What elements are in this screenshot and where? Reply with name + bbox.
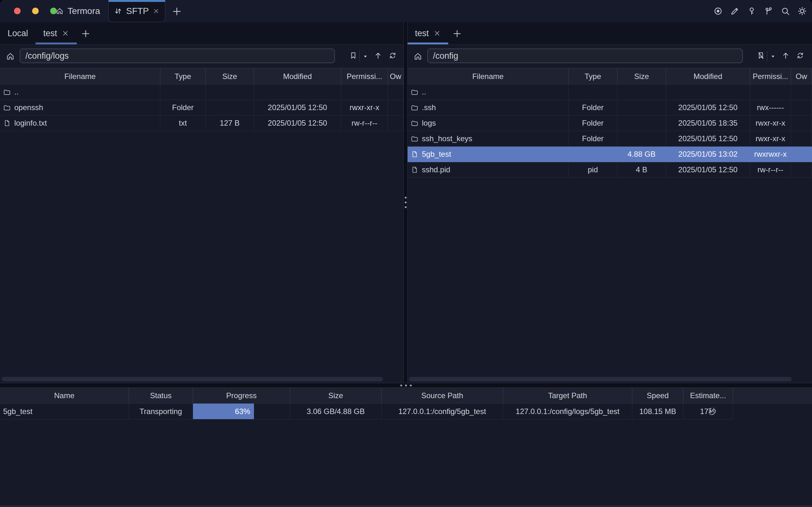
bookmark-slash-icon[interactable] — [757, 51, 765, 60]
column-header-name[interactable]: Name — [0, 388, 129, 404]
right-pathbar — [408, 44, 812, 68]
tab-sftp[interactable]: SFTP — [108, 0, 165, 22]
new-session-tab-button[interactable] — [451, 27, 464, 40]
file-row[interactable]: 5gb_test 4.88 GB 2025/01/05 13:02 rwxrwx… — [408, 147, 812, 162]
close-tab-icon[interactable] — [153, 8, 160, 15]
column-header-estimate[interactable]: Estimate... — [684, 388, 733, 404]
parent-directory-icon[interactable] — [781, 51, 790, 60]
left-pathbar — [0, 44, 403, 68]
tab-test-right[interactable]: test — [408, 22, 448, 44]
chevron-down-icon[interactable] — [362, 53, 369, 60]
column-header-permissions[interactable]: Permissi... — [341, 68, 388, 84]
left-horizontal-scrollbar[interactable] — [2, 377, 383, 381]
new-tab-button[interactable] — [170, 5, 183, 18]
permissions-cell: rwxrwxr-x — [750, 147, 791, 162]
bookmark-icon[interactable] — [349, 51, 358, 60]
column-header-source-path[interactable]: Source Path — [382, 388, 503, 404]
column-header-progress[interactable]: Progress — [193, 388, 290, 404]
close-window-button[interactable] — [14, 8, 21, 14]
owner-cell — [791, 84, 812, 100]
column-header-size[interactable]: Size — [290, 388, 382, 404]
column-header-filename[interactable]: Filename — [0, 68, 160, 84]
type-cell: txt — [160, 115, 206, 131]
transfer-empty-cell — [733, 404, 812, 419]
parent-directory-icon[interactable] — [374, 51, 382, 60]
file-row[interactable]: .. — [408, 84, 812, 100]
column-header-owner[interactable]: Ow — [388, 68, 403, 84]
progress-label: 63% — [235, 407, 250, 416]
active-tab-accent — [109, 0, 165, 2]
column-header-size[interactable]: Size — [617, 68, 666, 84]
file-type-icon — [411, 135, 418, 143]
pane-splitter-vertical[interactable] — [403, 22, 408, 383]
file-type-icon — [411, 119, 418, 127]
chevron-down-icon[interactable] — [770, 53, 776, 60]
file-row[interactable]: openssh Folder 2025/01/05 12:50 rwxr-xr-… — [0, 100, 403, 115]
transfer-panel-splitter[interactable] — [0, 383, 812, 388]
edit-icon[interactable] — [730, 6, 740, 16]
minimize-window-button[interactable] — [32, 8, 39, 14]
type-cell: Folder — [569, 115, 617, 131]
branch-icon[interactable] — [764, 6, 773, 16]
column-header-type[interactable]: Type — [160, 68, 206, 84]
refresh-icon[interactable] — [388, 51, 397, 60]
file-type-icon — [411, 88, 418, 96]
column-header-type[interactable]: Type — [569, 68, 617, 84]
titlebar: Termora SFTP — [0, 0, 812, 22]
column-header-permissions[interactable]: Permissi... — [750, 68, 791, 84]
tab-sftp-label: SFTP — [126, 6, 149, 16]
left-path-input[interactable] — [20, 49, 335, 63]
file-row[interactable]: sshd.pid pid 4 B 2025/01/05 12:50 rw-r--… — [408, 162, 812, 178]
permissions-cell: rwxr-xr-x — [750, 115, 791, 131]
record-icon[interactable] — [713, 6, 723, 16]
type-cell: pid — [569, 162, 617, 178]
column-header-modified[interactable]: Modified — [666, 68, 750, 84]
type-cell — [569, 147, 617, 162]
owner-cell — [791, 147, 812, 162]
refresh-icon[interactable] — [796, 51, 804, 60]
owner-cell — [791, 162, 812, 178]
size-cell — [206, 100, 254, 115]
transfer-target-cell: 127.0.0.1:/config/logs/5gb_test — [503, 404, 632, 419]
file-row[interactable]: loginfo.txt txt 127 B 2025/01/05 12:50 r… — [0, 115, 403, 131]
owner-cell — [388, 100, 403, 115]
transfer-row[interactable]: 5gb_test Transporting 63% 3.06 GB/4.88 G… — [0, 404, 812, 419]
close-tab-icon[interactable] — [433, 30, 441, 37]
tab-termora[interactable]: Termora — [48, 0, 108, 22]
column-header-speed[interactable]: Speed — [632, 388, 684, 404]
tab-termora-label: Termora — [68, 6, 100, 16]
splitter-grip-dots — [400, 385, 412, 386]
type-cell: Folder — [160, 100, 206, 115]
close-tab-icon[interactable] — [62, 30, 69, 37]
size-cell: 4.88 GB — [617, 147, 666, 162]
home-directory-icon[interactable] — [413, 52, 423, 61]
column-header-owner[interactable]: Ow — [791, 68, 812, 84]
home-directory-icon[interactable] — [6, 52, 15, 61]
owner-cell — [791, 115, 812, 131]
app-window: Termora SFTP Local — [0, 0, 812, 507]
column-header-modified[interactable]: Modified — [254, 68, 341, 84]
column-header-filename[interactable]: Filename — [408, 68, 569, 84]
filename-cell: .. — [14, 88, 18, 97]
window-bottom-edge — [0, 505, 812, 507]
right-horizontal-scrollbar[interactable] — [409, 377, 792, 381]
file-row[interactable]: ssh_host_keys Folder 2025/01/05 12:50 rw… — [408, 131, 812, 147]
column-header-target-path[interactable]: Target Path — [503, 388, 632, 404]
key-icon[interactable] — [747, 6, 756, 16]
file-row[interactable]: logs Folder 2025/01/05 18:35 rwxr-xr-x — [408, 115, 812, 131]
left-file-table: Filename Type Size Modified Permissi... … — [0, 68, 403, 131]
tab-test-label: test — [415, 29, 429, 38]
settings-gear-icon[interactable] — [797, 6, 807, 16]
tab-test-left[interactable]: test — [36, 22, 77, 44]
column-header-status[interactable]: Status — [129, 388, 193, 404]
filename-cell: openssh — [14, 103, 43, 112]
tab-local[interactable]: Local — [0, 22, 36, 44]
new-session-tab-button[interactable] — [79, 27, 92, 40]
right-path-input[interactable] — [427, 49, 743, 63]
left-table-body: .. — [0, 84, 403, 131]
file-row[interactable]: .. — [0, 84, 403, 100]
search-icon[interactable] — [780, 6, 790, 16]
column-header-size[interactable]: Size — [206, 68, 254, 84]
transfer-progress-cell: 63% — [193, 404, 290, 419]
file-row[interactable]: .ssh Folder 2025/01/05 12:50 rwx------ — [408, 100, 812, 115]
